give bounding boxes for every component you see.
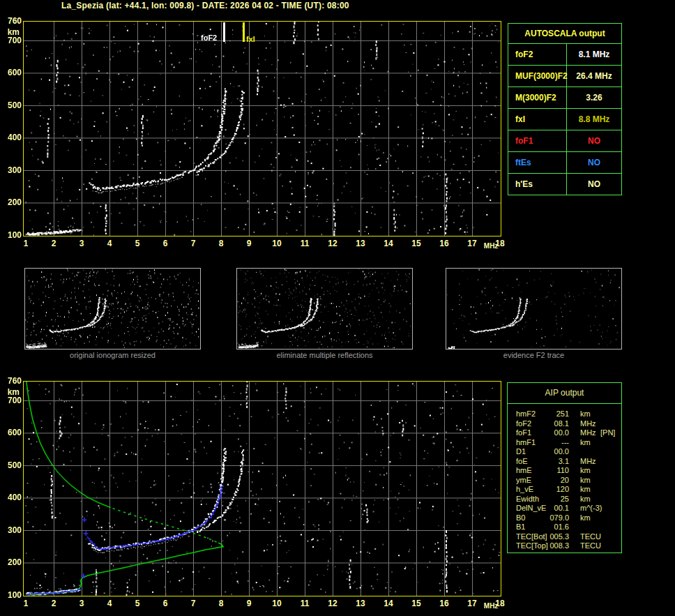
x-tick-label: 13 xyxy=(353,239,368,248)
x-tick-label: 4 xyxy=(102,239,117,248)
autoscala-param-value: NO xyxy=(567,174,621,195)
autoscala-output-table: AUTOSCALA output foF28.1 MHzMUF(3000)F22… xyxy=(508,23,622,195)
aip-param-value: 3.1 xyxy=(527,457,569,465)
ionogram-bottom: 760700600500400300200100km12345678910111… xyxy=(0,381,505,615)
y-tick-label: 500 xyxy=(1,100,22,110)
panel-eliminate-reflections xyxy=(236,268,413,350)
aip-param-unit: MHz xyxy=(580,428,596,437)
x-tick-label: 12 xyxy=(325,239,340,248)
x-tick-label: 16 xyxy=(437,239,452,248)
y-tick-label: 300 xyxy=(1,525,22,535)
x-tick-label: 13 xyxy=(353,599,368,608)
aip-param-unit: km xyxy=(580,476,591,484)
autoscala-row-hes: h'EsNO xyxy=(508,174,621,195)
x-tick-label: 3 xyxy=(74,239,89,248)
x-tick-label: 5 xyxy=(130,239,145,248)
aip-param-unit: km xyxy=(580,513,591,522)
autoscala-param-value: NO xyxy=(567,130,621,151)
x-tick-label: 4 xyxy=(102,599,117,608)
y-tick-label: 400 xyxy=(1,493,22,502)
x-tick-label: 14 xyxy=(381,599,396,608)
aip-row-fof2: foF208.1MHz xyxy=(508,419,621,428)
aip-row-d1: D100.0 xyxy=(508,447,621,456)
aip-param-value: 25 xyxy=(527,495,569,503)
aip-param-label: D1 xyxy=(516,447,526,456)
panel-caption-original: original ionogram resized xyxy=(24,351,202,359)
aip-param-value: 08.1 xyxy=(527,419,569,428)
autoscala-param-value: 8.1 MHz xyxy=(567,44,621,65)
aip-param-unit: MHz xyxy=(580,419,596,428)
top-ionogram-canvas xyxy=(23,21,501,236)
aip-row-hmf2: hmF2251km xyxy=(508,410,621,419)
fof2-marker-line xyxy=(223,22,225,42)
aip-param-value: 079.0 xyxy=(527,513,569,522)
aip-table-title: AIP output xyxy=(508,383,621,404)
x-tick-label: 6 xyxy=(158,239,173,248)
aip-param-unit: m^(-3) xyxy=(580,504,602,512)
y-tick-label: 200 xyxy=(1,197,22,207)
x-tick-label: 12 xyxy=(325,599,340,608)
panel-canvas xyxy=(237,269,412,349)
x-tick-label: 1 xyxy=(18,239,33,248)
aip-param-value: 120 xyxy=(527,485,569,493)
bottom-ionogram-canvas xyxy=(23,381,501,596)
autoscala-param-label: MUF(3000)F2 xyxy=(508,66,567,87)
x-tick-label: 7 xyxy=(185,239,201,248)
aip-param-value: 00.0 xyxy=(527,447,569,456)
x-tick-label: 7 xyxy=(185,599,201,608)
aip-param-label: foE xyxy=(516,457,528,465)
aip-param-extra: [PN] xyxy=(600,428,615,437)
autoscala-param-value: NO xyxy=(567,152,621,173)
x-tick-label: 15 xyxy=(409,239,424,248)
autoscala-table-title: AUTOSCALA output xyxy=(508,24,621,44)
aip-row-tecbot: TEC[Bot]005.3TECU xyxy=(508,532,621,541)
x-tick-label: 5 xyxy=(130,599,145,608)
aip-output-table: AIP output hmF2251kmfoF208.1MHzfoF100.0M… xyxy=(507,382,622,553)
autoscala-row-fof2: foF28.1 MHz xyxy=(508,44,621,66)
x-tick-label: 10 xyxy=(269,239,285,248)
y-tick-label: 600 xyxy=(1,68,22,77)
aip-param-value: 251 xyxy=(527,410,569,418)
x-tick-label: 15 xyxy=(409,599,424,608)
aip-param-unit: km xyxy=(580,495,591,503)
autoscala-param-label: fxI xyxy=(508,109,567,130)
x-tick-label: 16 xyxy=(437,599,452,608)
y-tick-label: 400 xyxy=(1,133,22,142)
aip-row-b1: B101.6 xyxy=(508,523,621,532)
aip-param-value: 110 xyxy=(527,466,569,474)
page-title: La_Spezia (lat: +44.1, lon: 009.8) - DAT… xyxy=(61,1,349,10)
aip-row-fof1: foF100.0MHz[PN] xyxy=(508,428,621,437)
y-tick-label: 760 xyxy=(1,376,22,386)
panel-caption-eliminate: eliminate multiple reflections xyxy=(236,351,414,359)
panel-canvas xyxy=(446,269,621,349)
aip-param-value: 005.3 xyxy=(527,532,569,541)
x-tick-label: 8 xyxy=(213,599,229,608)
x-tick-label: 1 xyxy=(18,599,33,608)
autoscala-param-label: foF1 xyxy=(508,130,567,151)
aip-param-unit: km xyxy=(580,410,591,418)
panel-evidence-f2-trace xyxy=(446,268,622,350)
x-tick-label: 17 xyxy=(464,599,480,608)
aip-param-unit: MHz xyxy=(580,457,596,465)
aip-row-foe: foE3.1MHz xyxy=(508,457,621,466)
aip-param-value: 01.6 xyxy=(527,523,569,531)
autoscala-row-ftes: ftEsNO xyxy=(508,152,621,174)
aip-row-b0: B0079.0km xyxy=(508,513,621,523)
autoscala-param-label: foF2 xyxy=(508,44,567,65)
autoscala-param-value: 8.8 MHz xyxy=(567,109,621,130)
autoscala-app-window: La_Spezia (lat: +44.1, lon: 009.8) - DAT… xyxy=(0,0,675,616)
panel-original-ionogram xyxy=(24,268,201,350)
x-tick-label: 9 xyxy=(241,239,257,248)
autoscala-param-label: ftEs xyxy=(508,152,567,173)
panel-canvas xyxy=(25,269,200,349)
panel-caption-evidence: evidence F2 trace xyxy=(445,351,623,359)
y-axis-unit-label: km xyxy=(1,27,20,37)
aip-row-ewidth: Ewidth25km xyxy=(508,495,621,504)
aip-param-label: B0 xyxy=(516,513,525,522)
y-tick-label: 200 xyxy=(1,557,22,567)
aip-row-yme: ymE20km xyxy=(508,476,621,485)
x-tick-label: 14 xyxy=(381,239,396,248)
autoscala-row-m3000f2: M(3000)F23.26 xyxy=(508,87,621,109)
x-tick-label: 17 xyxy=(464,239,480,248)
aip-param-value: --- xyxy=(527,438,569,446)
